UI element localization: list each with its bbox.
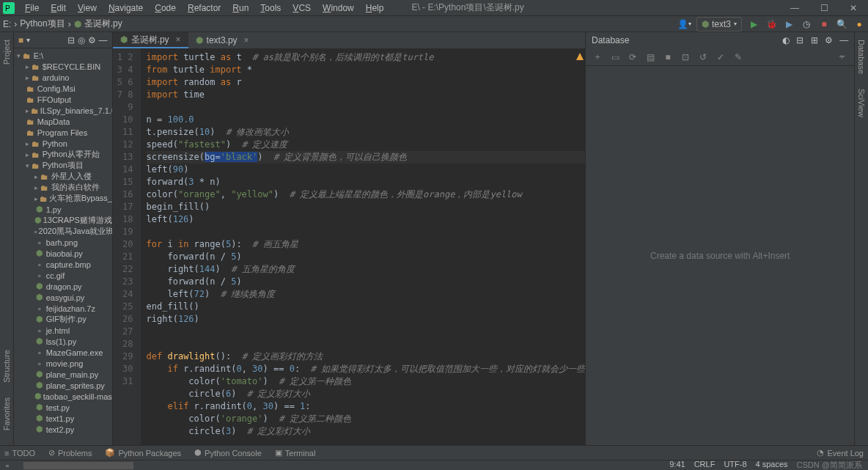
rollback-icon[interactable]: ↺: [697, 51, 709, 63]
profile-button[interactable]: ◷: [801, 18, 812, 30]
stop-icon[interactable]: ■: [662, 51, 674, 63]
menu-refactor[interactable]: Refactor: [182, 1, 227, 15]
close-tab-icon[interactable]: ×: [244, 35, 249, 45]
circle-icon[interactable]: ●: [853, 18, 865, 30]
nav-icon[interactable]: ⊞: [811, 35, 818, 45]
doc-icon[interactable]: ▭: [609, 51, 621, 63]
menu-help[interactable]: Help: [360, 1, 390, 15]
tree-item[interactable]: ▫feijidazhan.7z: [14, 303, 112, 314]
collapse-icon[interactable]: ⊟: [67, 35, 75, 45]
filter-icon[interactable]: ⫧: [836, 51, 848, 63]
gear-icon[interactable]: ⚙: [825, 35, 833, 45]
favorites-tool-button[interactable]: Favorites: [2, 397, 11, 430]
crumb-folder[interactable]: Python项目: [20, 18, 65, 30]
tree-item[interactable]: 🖿FFOutput: [14, 94, 112, 105]
tree-item[interactable]: 🖿Python: [14, 138, 112, 149]
tool-windows-icon[interactable]: ▫: [6, 461, 9, 470]
tree-item[interactable]: ⬢easygui.py: [14, 292, 112, 303]
crumb-file[interactable]: 圣诞树.py: [84, 18, 122, 30]
indent[interactable]: 4 spaces: [756, 460, 788, 470]
hide-icon[interactable]: —: [99, 35, 108, 45]
menu-vcs[interactable]: VCS: [287, 1, 317, 15]
python-console-button[interactable]: ⬢ Python Console: [194, 448, 262, 458]
structure-tool-button[interactable]: Structure: [2, 350, 11, 383]
edit-icon[interactable]: ✎: [732, 51, 744, 63]
menu-tools[interactable]: Tools: [254, 1, 287, 15]
close-button[interactable]: ✕: [839, 0, 868, 16]
menu-file[interactable]: File: [19, 1, 45, 15]
tree-item[interactable]: 🖿Config.Msi: [14, 83, 112, 94]
collapse-icon[interactable]: ⊟: [796, 35, 803, 45]
crumb-root[interactable]: E:: [3, 19, 11, 29]
add-icon[interactable]: ＋: [592, 51, 603, 63]
tree-item[interactable]: ⬢plane_sprites.py: [14, 380, 112, 391]
tree-item[interactable]: ⬢text1.py: [14, 413, 112, 424]
tree-item[interactable]: ⬢taobao_seckill-mas: [14, 391, 112, 402]
encoding[interactable]: UTF-8: [724, 460, 746, 470]
tree-item[interactable]: ▫barh.png: [14, 237, 112, 248]
commit-icon[interactable]: ✓: [715, 51, 727, 63]
todo-button[interactable]: ≡ TODO: [4, 449, 35, 458]
code-content[interactable]: import turtle as t # as就是取个别名，后续调用的t都是tu…: [141, 48, 585, 445]
debug-button[interactable]: 🐞: [765, 18, 777, 30]
tx-icon[interactable]: ⊡: [680, 51, 691, 63]
tree-item[interactable]: ⬢dragon.py: [14, 281, 112, 292]
project-tool-button[interactable]: Project: [2, 40, 11, 65]
hide-icon[interactable]: —: [839, 35, 848, 45]
minimize-button[interactable]: —: [780, 0, 809, 16]
tree-item[interactable]: ▫movie.png: [14, 358, 112, 369]
user-icon[interactable]: 👤▾: [679, 18, 691, 30]
editor-body[interactable]: 1 2 3 4 5 6 7 8 9 10 11 12 13 14 15 16 1…: [113, 48, 585, 445]
python-packages-button[interactable]: 📦 Python Packages: [105, 448, 181, 458]
line-separator[interactable]: CRLF: [694, 460, 716, 470]
tree-item[interactable]: 🖿火车抢票Bypass_1.1: [14, 193, 112, 204]
menu-edit[interactable]: Edit: [45, 1, 72, 15]
refresh-icon[interactable]: ⟳: [627, 51, 639, 63]
tree-item[interactable]: ▫cc.gif: [14, 270, 112, 281]
stop-button[interactable]: ■: [818, 18, 830, 30]
circle-target-icon[interactable]: ◎: [78, 35, 85, 45]
menu-code[interactable]: Code: [149, 1, 182, 15]
chevron-down-icon[interactable]: ▾: [26, 36, 30, 44]
tree-item[interactable]: 🖿arduino: [14, 72, 112, 83]
gear-icon[interactable]: ⚙: [88, 35, 96, 45]
tree-item[interactable]: ▫MazeGame.exe: [14, 347, 112, 358]
coverage-button[interactable]: ▶: [783, 18, 795, 30]
tree-item[interactable]: ⬢plane_main.py: [14, 369, 112, 380]
project-tree[interactable]: 🖿E:\🖿$RECYCLE.BIN🖿arduino🖿Config.Msi🖿FFO…: [14, 48, 112, 445]
tree-item[interactable]: ▫2020黑马Java就业班: [14, 226, 112, 237]
tree-item[interactable]: ⬢GIF制作.py: [14, 314, 112, 325]
tree-item[interactable]: 🖿Python从零开始: [14, 149, 112, 160]
tree-item[interactable]: 🖿E:\: [14, 50, 112, 61]
tree-item[interactable]: ▫capture.bmp: [14, 259, 112, 270]
tree-item[interactable]: ⬢lss(1).py: [14, 336, 112, 347]
database-tool-button[interactable]: Database: [857, 40, 866, 74]
tree-item[interactable]: 🖿我的表白软件: [14, 182, 112, 193]
tree-item[interactable]: 🖿ILSpy_binaries_7.1.0.6: [14, 105, 112, 116]
menu-run[interactable]: Run: [227, 1, 254, 15]
run-button[interactable]: ▶: [748, 18, 760, 30]
tree-item[interactable]: ⬢13CRAPS赌博游戏2.: [14, 215, 112, 226]
tree-item[interactable]: ⬢1.py: [14, 204, 112, 215]
caret-position[interactable]: 9:41: [669, 460, 685, 470]
sciview-tool-button[interactable]: SciView: [857, 89, 866, 117]
editor-tab[interactable]: ⬢text3.py×: [188, 32, 257, 48]
tree-item[interactable]: ⬢text2.py: [14, 424, 112, 435]
tree-item[interactable]: 🖿Python项目: [14, 160, 112, 171]
search-everywhere-icon[interactable]: 🔍: [836, 18, 847, 30]
tree-item[interactable]: ⬢biaobai.py: [14, 248, 112, 259]
editor-tab[interactable]: ⬢圣诞树.py×: [113, 32, 188, 48]
tree-item[interactable]: ▫je.html: [14, 325, 112, 336]
menu-window[interactable]: Window: [317, 1, 360, 15]
tree-item[interactable]: 🖿Program Files: [14, 127, 112, 138]
console-icon[interactable]: ▤: [644, 51, 656, 63]
tree-item[interactable]: ⬢test.py: [14, 402, 112, 413]
menu-navigate[interactable]: Navigate: [103, 1, 149, 15]
maximize-button[interactable]: ☐: [809, 0, 839, 16]
database-body[interactable]: Create a data source with Alt+Insert: [586, 66, 854, 445]
tree-item[interactable]: 🖿$RECYCLE.BIN: [14, 61, 112, 72]
close-tab-icon[interactable]: ×: [176, 34, 181, 45]
terminal-button[interactable]: ▣ Terminal: [275, 448, 316, 458]
dial-icon[interactable]: ◐: [782, 35, 790, 45]
tree-item[interactable]: 🖿MapData: [14, 116, 112, 127]
